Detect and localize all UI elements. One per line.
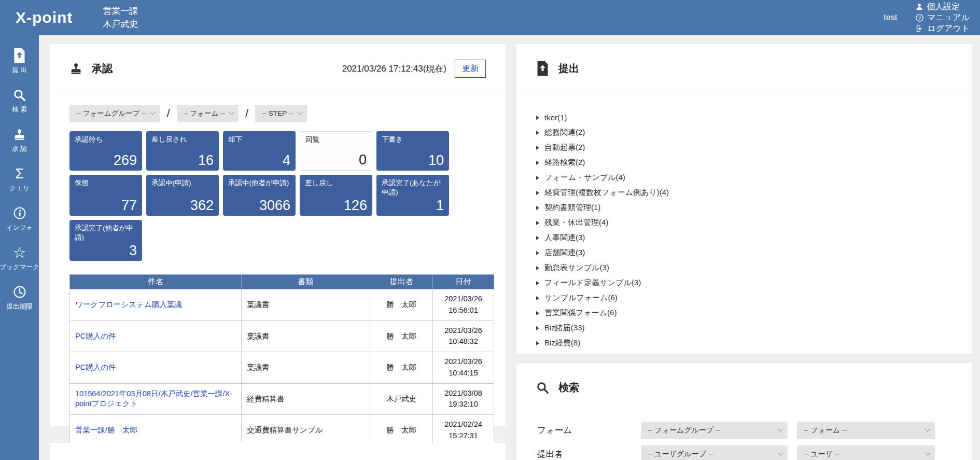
search-row-label: 提出者 (537, 449, 641, 460)
info-icon (13, 205, 26, 221)
svg-text:?: ? (918, 15, 921, 20)
status-tile-label: 差し戻され (151, 135, 214, 144)
document-link[interactable]: PC購入の件 (75, 332, 116, 340)
search-select-item[interactable]: -- フォーム -- (797, 422, 935, 439)
search-row-label: フォーム (537, 425, 641, 436)
form-group-item[interactable]: フォーム・サンプル(4) (536, 170, 957, 185)
status-tile-count: 0 (359, 153, 367, 167)
expand-triangle-icon (536, 221, 539, 225)
form-group-item[interactable]: フィールド定義サンプル(3) (536, 275, 957, 290)
chevron-down-icon (297, 109, 302, 115)
document-link[interactable]: 101564/2021年03月08日/木戸武史/営業一課/X-pointプロジェ… (75, 389, 232, 408)
form-group-label: 総務関連(2) (544, 128, 585, 137)
status-tile[interactable]: 承認中(他者が申請) 3066 (223, 175, 296, 216)
search-form-row: フォーム -- フォームグループ -- -- フォーム -- (537, 422, 972, 439)
search-panel: 検索 フォーム -- フォームグループ -- -- フォーム -- 提出者 --… (516, 363, 972, 460)
form-group-item[interactable]: 営業関係フォーム(6) (536, 305, 957, 320)
status-tile[interactable]: 下書き 10 (376, 131, 449, 171)
search-icon (536, 381, 549, 394)
sidebar-item[interactable]: 検 索 (0, 81, 39, 120)
status-tile[interactable]: 却下 4 (223, 131, 296, 171)
sidebar-item[interactable]: 提出期限 (0, 278, 39, 317)
user-name-label: 木戸武史 (103, 18, 138, 31)
current-timestamp: 2021/03/26 17:12:43(現在) (342, 63, 446, 75)
status-tile[interactable]: 差し戻され 16 (146, 131, 219, 171)
document-link[interactable]: PC購入の件 (75, 363, 116, 371)
form-group-item[interactable]: 人事関連(3) (536, 230, 957, 245)
sidebar-item-label: 検 索 (12, 105, 26, 114)
status-tile[interactable]: 承認中(申請) 362 (146, 175, 219, 216)
status-tile-count: 269 (114, 154, 137, 168)
status-tile[interactable]: 承認完了(あなたが申請) 1 (376, 175, 449, 216)
form-group-item[interactable]: 店舗関連(3) (536, 245, 957, 260)
search-select-item[interactable]: -- ユーザ -- (797, 445, 935, 460)
form-group-item[interactable]: 勤怠表サンプル(3) (536, 260, 957, 275)
form-group-label: Biz経費(8) (544, 338, 580, 348)
department-label: 営業一課 (103, 5, 138, 18)
status-tile[interactable]: 回覧 0 (300, 131, 372, 171)
bookmark-star-icon: ☆ (13, 245, 26, 260)
sidebar-item[interactable]: 提 出 (0, 41, 39, 81)
form-group-item[interactable]: サンプルフォーム(6) (536, 290, 957, 305)
date-value: 2021/02/24 (438, 419, 488, 430)
form-group-item[interactable]: 総務関連(2) (536, 125, 957, 140)
status-tile-label: 回覧 (305, 135, 367, 145)
sidebar-item-label: 提出期限 (7, 302, 33, 311)
stamp-icon (69, 62, 82, 75)
filter-select[interactable]: -- フォーム -- (177, 105, 239, 122)
search-select-group[interactable]: -- ユーザグループ -- (641, 445, 788, 460)
refresh-button[interactable]: 更新 (455, 60, 486, 78)
top-nav-item[interactable]: ログアウト (915, 23, 970, 34)
doc-type-cell: 稟議書 (242, 320, 370, 352)
form-group-item[interactable]: 経路検索(2) (536, 155, 957, 170)
status-tile-count: 3066 (259, 199, 290, 213)
status-tile-count: 16 (198, 154, 214, 168)
top-nav-item[interactable]: ? マニュアル (915, 12, 970, 23)
chevron-down-icon (777, 450, 783, 455)
sidebar-item[interactable]: Σ クエリ (0, 160, 39, 199)
deadline-clock-icon (13, 284, 26, 300)
expand-triangle-icon (536, 296, 539, 300)
sidebar-item[interactable]: 承 認 (0, 120, 39, 160)
filter-select[interactable]: -- STEP -- (255, 105, 307, 122)
status-tile-label: 承認完了(あなたが申請) (382, 178, 444, 197)
status-tile[interactable]: 承認完了(他者が申請) 3 (69, 220, 142, 261)
filter-select-value: -- フォームグループ -- (76, 109, 146, 118)
expand-triangle-icon (536, 146, 539, 150)
form-group-item[interactable]: 経費管理(複数枚フォーム例あり)(4) (536, 185, 957, 200)
status-tile[interactable]: 差し戻し 126 (300, 175, 372, 216)
help-icon: ? (915, 13, 924, 22)
status-tile[interactable]: 保留 77 (69, 175, 142, 216)
sidebar-item-label: 提 出 (12, 66, 26, 75)
form-group-label: 人事関連(3) (544, 233, 585, 243)
stamp-icon (13, 127, 26, 142)
sidebar-item[interactable]: ☆ ブックマーク (0, 239, 39, 278)
date-value: 2021/03/26 (438, 294, 488, 305)
top-nav-item[interactable]: 個人設定 (915, 2, 970, 12)
form-group-item[interactable]: 自動起票(2) (536, 140, 957, 155)
expand-triangle-icon (536, 281, 539, 285)
sidebar-item[interactable]: インフォ (0, 199, 39, 239)
document-link[interactable]: ワークフローシステム購入稟議 (75, 300, 182, 309)
app-logo[interactable]: X-point (16, 9, 73, 26)
form-group-item[interactable]: 残業・休出管理(4) (536, 215, 957, 230)
form-group-item[interactable]: Biz経費(8) (536, 336, 957, 351)
form-group-item[interactable]: tker(1) (536, 110, 957, 125)
filter-select[interactable]: -- フォームグループ -- (69, 105, 160, 122)
search-select-group-value: -- ユーザグループ -- (648, 450, 713, 459)
document-link[interactable]: 営業一課/勝 太郎 (75, 426, 137, 434)
search-select-group-value: -- フォームグループ -- (648, 426, 720, 435)
col-header-doctype: 書類 (242, 275, 370, 289)
status-tile-count: 362 (190, 199, 214, 213)
form-group-item[interactable]: 契約書類管理(1) (536, 200, 957, 215)
top-nav-item-label: 個人設定 (927, 2, 960, 12)
submitter-cell: 勝 太郎 (370, 415, 433, 447)
search-panel-header: 検索 (516, 363, 972, 412)
expand-triangle-icon (536, 161, 539, 165)
query-sigma-icon: Σ (15, 166, 24, 182)
search-select-group[interactable]: -- フォームグループ -- (641, 422, 788, 439)
form-group-item[interactable]: Biz諸届(33) (536, 320, 957, 336)
claim-panel-header: クレーム集計表 (50, 443, 506, 460)
login-user-block: 営業一課 木戸武史 (103, 5, 138, 31)
status-tile[interactable]: 承認待ち 269 (69, 131, 142, 171)
